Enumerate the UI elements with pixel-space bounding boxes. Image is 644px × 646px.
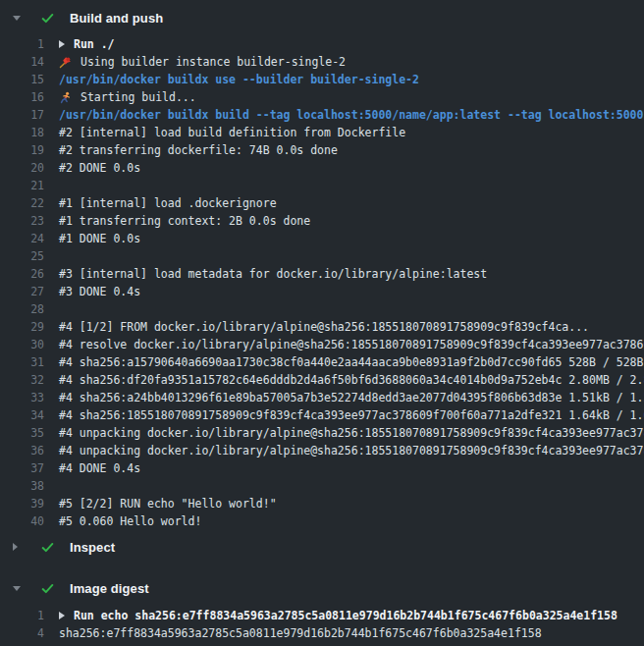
workflow-log-viewer: Build and push1Run ./14Using builder ins… (0, 0, 644, 646)
check-icon (40, 11, 55, 26)
line-content: #4 unpacking docker.io/library/alpine@sh… (59, 444, 644, 458)
log-line: 30#4 resolve docker.io/library/alpine@sh… (0, 336, 644, 353)
section-title: Image digest (70, 581, 149, 596)
log-line: 15/usr/bin/docker buildx use --builder b… (0, 71, 644, 88)
chevron-right-icon[interactable] (59, 40, 65, 48)
line-number[interactable]: 19 (0, 143, 44, 157)
line-content: /usr/bin/docker buildx use --builder bui… (59, 73, 419, 86)
line-text: #3 [internal] load metadata for docker.i… (59, 267, 487, 281)
log-line: 24#1 DONE 0.0s (0, 230, 644, 247)
line-content: #1 DONE 0.0s (59, 232, 140, 245)
log-line: 19#2 transferring dockerfile: 74B 0.0s d… (0, 141, 644, 159)
line-number[interactable]: 1 (0, 609, 44, 622)
line-number[interactable]: 1 (0, 37, 44, 51)
line-number[interactable]: 25 (0, 249, 44, 263)
log-line: 40#5 0.060 Hello world! (0, 512, 644, 530)
log-line: 31#4 sha256:a15790640a6690aa1730c38cf0a4… (0, 353, 644, 371)
log-sections: Build and push1Run ./14Using builder ins… (0, 3, 644, 642)
chevron-right-icon[interactable] (59, 612, 65, 619)
line-number[interactable]: 40 (0, 514, 44, 528)
section-inspect: Inspect (0, 532, 644, 562)
line-text: Run ./ (74, 37, 115, 51)
line-text: #4 sha256:a24bb4013296f61e89ba57005a7b3e… (59, 391, 644, 404)
line-number[interactable]: 17 (0, 108, 44, 122)
line-number[interactable]: 20 (0, 161, 44, 175)
line-text: #4 sha256:df20fa9351a15782c64e6dddb2d4a6… (59, 373, 644, 387)
line-content: #4 unpacking docker.io/library/alpine@sh… (59, 426, 644, 440)
line-number[interactable]: 4 (0, 626, 44, 640)
log-line: 27#3 DONE 0.4s (0, 283, 644, 300)
line-number[interactable]: 24 (0, 232, 44, 245)
line-number[interactable]: 32 (0, 373, 44, 387)
line-number[interactable]: 18 (0, 126, 44, 139)
log-line: 18#2 [internal] load build definition fr… (0, 124, 644, 141)
section-title: Inspect (70, 540, 115, 555)
section-image-digest: Image digest1Run echo sha256:e7ff8834a59… (0, 573, 644, 642)
line-content: #1 transferring context: 2B 0.0s done (59, 214, 310, 228)
line-number[interactable]: 28 (0, 302, 44, 316)
line-number[interactable]: 33 (0, 391, 44, 404)
line-content: /usr/bin/docker buildx build --tag local… (59, 108, 643, 122)
line-content: #2 transferring dockerfile: 74B 0.0s don… (59, 143, 338, 157)
check-icon (40, 581, 55, 596)
line-number[interactable]: 30 (0, 338, 44, 351)
log-line: 1Run ./ (0, 35, 644, 53)
chevron-down-icon (13, 586, 21, 591)
line-content: #5 0.060 Hello world! (59, 514, 201, 528)
line-number[interactable]: 15 (0, 73, 44, 86)
line-text: #1 transferring context: 2B 0.0s done (59, 214, 310, 228)
line-text: /usr/bin/docker buildx use --builder bui… (59, 73, 419, 86)
line-content: #5 [2/2] RUN echo "Hello world!" (59, 497, 277, 511)
line-number[interactable]: 16 (0, 90, 44, 104)
log-line: 37#4 DONE 0.4s (0, 459, 644, 477)
log-lines-build-and-push: 1Run ./14Using builder instance builder-… (0, 35, 644, 530)
line-number[interactable]: 14 (0, 55, 44, 69)
section-header-image-digest[interactable]: Image digest (0, 573, 644, 603)
line-number[interactable]: 26 (0, 267, 44, 281)
line-text: Using builder instance builder-single-2 (80, 55, 346, 69)
line-content: #1 [internal] load .dockerignore (59, 196, 277, 210)
line-text: /usr/bin/docker buildx build --tag local… (59, 108, 643, 122)
line-text: #1 DONE 0.0s (59, 232, 140, 245)
line-number[interactable]: 21 (0, 179, 44, 192)
line-number[interactable]: 22 (0, 196, 44, 210)
line-number[interactable]: 38 (0, 479, 44, 493)
line-text: sha256:e7ff8834a5963a2785c5a0811e979d16b… (59, 626, 542, 640)
log-line: 1Run echo sha256:e7ff8834a5963a2785c5a08… (0, 607, 644, 624)
line-text: #2 [internal] load build definition from… (59, 126, 405, 139)
line-content: Run ./ (59, 37, 115, 51)
pushpin-icon (59, 56, 72, 69)
section-header-build-and-push[interactable]: Build and push (0, 3, 644, 32)
line-number[interactable]: 37 (0, 461, 44, 475)
line-number[interactable]: 39 (0, 497, 44, 511)
log-line: 33#4 sha256:a24bb4013296f61e89ba57005a7b… (0, 389, 644, 406)
chevron-right-icon[interactable] (13, 543, 26, 551)
line-number[interactable]: 31 (0, 355, 44, 369)
log-line: 25 (0, 247, 644, 265)
log-line: 26#3 [internal] load metadata for docker… (0, 265, 644, 283)
log-line: 39#5 [2/2] RUN echo "Hello world!" (0, 495, 644, 512)
log-line: 28 (0, 300, 644, 318)
line-text: #4 DONE 0.4s (59, 461, 140, 475)
log-line: 14Using builder instance builder-single-… (0, 53, 644, 71)
line-content: #2 [internal] load build definition from… (59, 126, 405, 139)
line-text: #2 DONE 0.0s (59, 161, 140, 175)
line-text: #4 sha256:185518070891758909c9f839cf4ca3… (59, 408, 644, 422)
line-number[interactable]: 34 (0, 408, 44, 422)
line-number[interactable]: 23 (0, 214, 44, 228)
line-number[interactable]: 29 (0, 320, 44, 334)
line-number[interactable]: 35 (0, 426, 44, 440)
section-header-inspect[interactable]: Inspect (0, 532, 644, 562)
line-number[interactable]: 36 (0, 444, 44, 458)
line-number[interactable]: 27 (0, 285, 44, 298)
line-text: #5 [2/2] RUN echo "Hello world!" (59, 497, 277, 511)
log-line: 34#4 sha256:185518070891758909c9f839cf4c… (0, 406, 644, 424)
log-line: 20#2 DONE 0.0s (0, 159, 644, 177)
log-line: 21 (0, 177, 644, 194)
line-text: #4 [1/2] FROM docker.io/library/alpine@s… (59, 320, 589, 334)
log-line: 32#4 sha256:df20fa9351a15782c64e6dddb2d4… (0, 371, 644, 389)
line-content: #4 sha256:185518070891758909c9f839cf4ca3… (59, 408, 644, 422)
chevron-down-icon[interactable] (13, 16, 26, 21)
chevron-down-icon[interactable] (13, 586, 26, 591)
log-line: 38 (0, 477, 644, 495)
